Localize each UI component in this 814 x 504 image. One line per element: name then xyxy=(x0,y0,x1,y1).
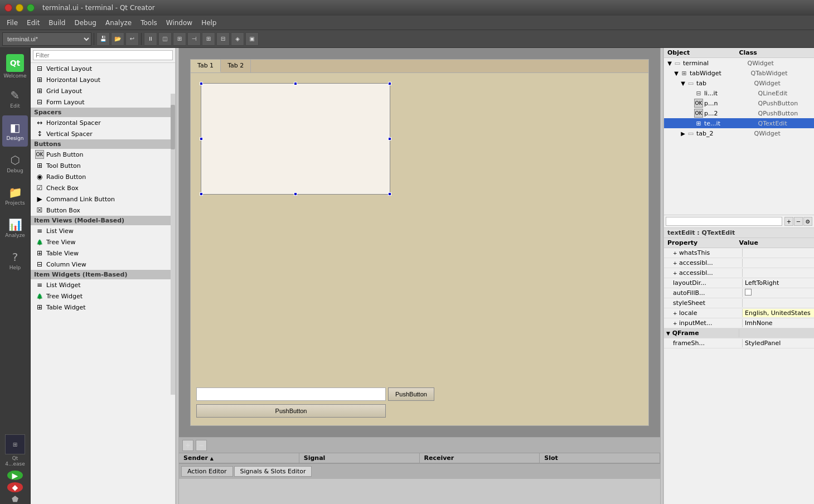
toolbar-btn-align-center[interactable]: ⊞ xyxy=(173,32,186,46)
tab-1[interactable]: Tab 1 xyxy=(191,60,221,72)
widget-item-column-view[interactable]: ⊟ Column View xyxy=(31,259,175,270)
tab-action-editor[interactable]: Action Editor xyxy=(181,466,233,477)
sidebar-item-qt4ease[interactable]: ⊞ Qt 4...ease xyxy=(2,431,28,470)
minimize-button[interactable] xyxy=(16,4,23,12)
toolbar-btn-run[interactable]: ▣ xyxy=(245,32,259,46)
toolbar-btn-align-right[interactable]: ⊣ xyxy=(187,32,201,46)
widget-item-table-widget[interactable]: ⊞ Table Widget xyxy=(31,302,175,313)
widget-panel-scrollbar[interactable] xyxy=(171,94,175,395)
toolbar-btn-align-left[interactable]: ◫ xyxy=(158,32,172,46)
widget-label: Horizontal Layout xyxy=(46,76,100,84)
prop-row-locale[interactable]: + locale English, UnitedStates xyxy=(664,308,814,318)
menu-tools[interactable]: Tools xyxy=(136,18,162,28)
toolbar-btn-grid[interactable]: ⊞ xyxy=(202,32,215,46)
menu-window[interactable]: Window xyxy=(162,18,197,28)
close-button[interactable] xyxy=(4,4,12,12)
signals-table: Sender ▲ Signal Receiver Slot xyxy=(179,453,660,463)
sidebar-item-analyze[interactable]: 📊 Analyze xyxy=(2,212,28,244)
widget-item-tool-button[interactable]: ⊞ Tool Button xyxy=(31,160,175,171)
horizontal-spacer-icon: ↔ xyxy=(35,118,44,127)
line-edit-widget[interactable] xyxy=(196,387,386,401)
prop-value: StyledPanel xyxy=(743,339,814,347)
run-button[interactable]: ▶ xyxy=(7,471,23,480)
sidebar-item-help[interactable]: ? Help xyxy=(2,245,28,276)
signals-add-button[interactable]: + xyxy=(182,440,193,451)
widget-item-button-box[interactable]: ☒ Button Box xyxy=(31,205,175,216)
sidebar-item-welcome[interactable]: Qt Welcome xyxy=(2,51,28,82)
prop-filter-buttons: + − ⚙ xyxy=(784,217,812,226)
file-selector[interactable]: terminal.ui* xyxy=(2,32,91,46)
obj-row-pushbutton1[interactable]: OK p...n QPushButton xyxy=(664,98,814,108)
sidebar-item-debug[interactable]: ⬡ Debug xyxy=(2,148,28,179)
signals-remove-button[interactable]: − xyxy=(196,440,207,451)
prop-value[interactable] xyxy=(743,288,814,298)
widget-item-horizontal-layout[interactable]: ⊞ Horizontal Layout xyxy=(31,74,175,85)
obj-row-pushbutton2[interactable]: OK p...2 QPushButton xyxy=(664,108,814,118)
widget-item-horizontal-spacer[interactable]: ↔ Horizontal Spacer xyxy=(31,117,175,128)
menu-analyze[interactable]: Analyze xyxy=(101,18,136,28)
tab-signals-slots-editor[interactable]: Signals & Slots Editor xyxy=(234,466,312,477)
push-button-widget-2[interactable]: PushButton xyxy=(196,404,386,418)
prop-name: autoFillB... xyxy=(664,289,743,297)
menu-edit[interactable]: Edit xyxy=(22,18,44,28)
property-filter-input[interactable] xyxy=(666,217,782,226)
menu-debug[interactable]: Debug xyxy=(70,18,100,28)
sidebar-item-design[interactable]: ◧ Design xyxy=(2,115,28,147)
menu-help[interactable]: Help xyxy=(197,18,221,28)
prop-row-framesh[interactable]: frameSh... StyledPanel xyxy=(664,338,814,348)
toolbar-btn-grid2[interactable]: ⊟ xyxy=(216,32,230,46)
text-edit-widget[interactable] xyxy=(201,83,390,195)
prop-row-inputmet[interactable]: + inputMet... ImhNone xyxy=(664,318,814,328)
obj-row-tabwidget[interactable]: ▼ ⊞ tabWidget QTabWidget xyxy=(664,68,814,78)
stop-button[interactable]: ◆ xyxy=(7,482,23,492)
widget-item-grid-layout[interactable]: ⊞ Grid Layout xyxy=(31,85,175,96)
obj-row-textedit[interactable]: ⊞ te...it QTextEdit xyxy=(664,118,814,128)
prop-filter-settings[interactable]: ⚙ xyxy=(803,217,812,226)
sidebar-item-edit[interactable]: ✎ Edit xyxy=(2,83,28,114)
obj-row-tab2[interactable]: ▶ ▭ tab_2 QWidget xyxy=(664,128,814,138)
widget-item-vertical-spacer[interactable]: ↕ Vertical Spacer xyxy=(31,128,175,139)
menu-build[interactable]: Build xyxy=(44,18,70,28)
edit-icon: ✎ xyxy=(11,89,20,102)
toolbar-btn-undo[interactable]: ↩ xyxy=(125,32,139,46)
widget-item-tree-widget[interactable]: 🌲 Tree Widget xyxy=(31,290,175,302)
toolbar-btn-open[interactable]: 📂 xyxy=(111,32,124,46)
widget-item-command-link-button[interactable]: ▶ Command Link Button xyxy=(31,193,175,205)
build-button[interactable]: ⬟ xyxy=(7,495,23,504)
horizontal-layout-icon: ⊞ xyxy=(35,75,44,84)
signals-col-receiver: Receiver xyxy=(420,453,540,463)
prop-row-qframe-group[interactable]: ▼ QFrame xyxy=(664,328,814,338)
sidebar-item-projects[interactable]: 📁 Projects xyxy=(2,180,28,211)
widget-filter-input[interactable] xyxy=(33,50,173,60)
prop-row-autofill[interactable]: autoFillB... xyxy=(664,288,814,298)
push-button-widget-1[interactable]: PushButton xyxy=(388,387,434,401)
toolbar-btn-pause[interactable]: ⏸ xyxy=(144,32,157,46)
prop-row-accessibl1[interactable]: + accessibl... xyxy=(664,258,814,268)
prop-filter-minus[interactable]: − xyxy=(794,217,803,226)
prop-row-whatstihis[interactable]: + whatsThis xyxy=(664,248,814,258)
widget-item-form-layout[interactable]: ⊟ Form Layout xyxy=(31,96,175,108)
tree-widget-icon: 🌲 xyxy=(35,292,44,301)
widget-item-list-view[interactable]: ≡ List View xyxy=(31,225,175,236)
widget-item-table-view[interactable]: ⊞ Table View xyxy=(31,248,175,259)
widget-item-check-box[interactable]: ☑ Check Box xyxy=(31,182,175,193)
tab-2[interactable]: Tab 2 xyxy=(221,60,251,72)
widget-item-tree-view[interactable]: 🌲 Tree View xyxy=(31,236,175,248)
prop-row-accessibl2[interactable]: + accessibl... xyxy=(664,268,814,278)
prop-row-layoutdir[interactable]: layoutDir... LeftToRight xyxy=(664,278,814,288)
obj-row-lineedit[interactable]: ⊟ li...it QLineEdit xyxy=(664,88,814,98)
prop-row-stylesheet[interactable]: styleSheet xyxy=(664,298,814,308)
widget-item-vertical-layout[interactable]: ⊟ Vertical Layout xyxy=(31,63,175,74)
maximize-button[interactable] xyxy=(27,4,35,12)
toolbar-btn-save[interactable]: 💾 xyxy=(96,32,110,46)
widget-item-list-widget[interactable]: ≡ List Widget xyxy=(31,279,175,290)
obj-row-tab[interactable]: ▼ ▭ tab QWidget xyxy=(664,78,814,88)
checkbox[interactable] xyxy=(745,289,752,295)
menu-file[interactable]: File xyxy=(2,18,22,28)
toolbar-btn-settings[interactable]: ◈ xyxy=(231,32,244,46)
obj-row-terminal[interactable]: ▼ ▭ terminal QWidget xyxy=(664,58,814,68)
widget-item-radio-button[interactable]: ◉ Radio Button xyxy=(31,171,175,182)
prop-filter-add[interactable]: + xyxy=(784,217,793,226)
sel-handle-ml xyxy=(200,137,203,140)
widget-item-push-button[interactable]: OK Push Button xyxy=(31,149,175,160)
